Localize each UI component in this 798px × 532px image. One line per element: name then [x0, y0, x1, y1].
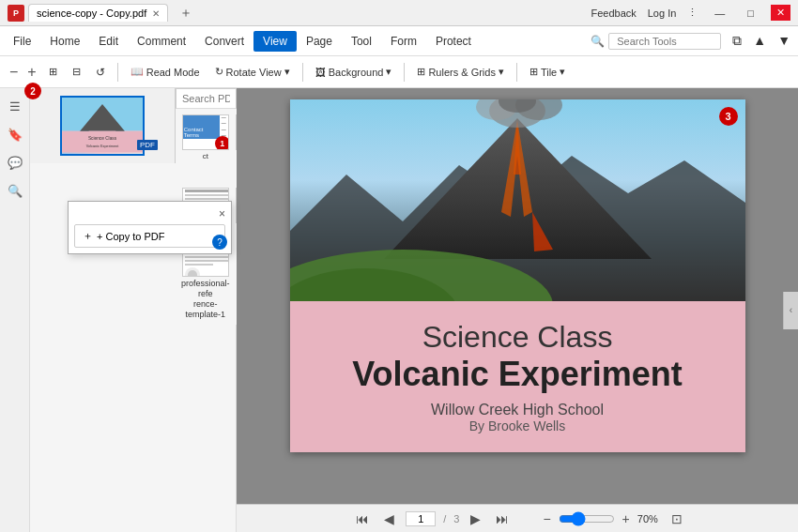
search-tools-area: 🔍	[591, 33, 721, 50]
tile-chevron: ▾	[560, 66, 565, 78]
tile-icon: ⊞	[529, 66, 538, 78]
sidebar-search-icon[interactable]: 🔍	[5, 180, 25, 201]
tile-button[interactable]: ⊞ Tile ▾	[523, 62, 572, 82]
template-item-ct[interactable]: Contact Terms — — —— — —— — 1 ct	[181, 114, 230, 182]
background-icon: 🖼	[315, 67, 326, 78]
last-page-button[interactable]: ⏭	[492, 509, 513, 528]
template-thumb-ct: Contact Terms — — —— — —— — 1	[182, 114, 229, 150]
feedback-link[interactable]: Feedback	[591, 8, 636, 19]
pdf-thumbnail-panel: Science Class Volcanic Experiment 2 PDF …	[30, 88, 176, 163]
collapse-up-button[interactable]: ▲	[749, 33, 770, 49]
close-button[interactable]: ✕	[771, 5, 790, 21]
pdf-overlay-icon: PDF	[137, 140, 158, 150]
menu-dots[interactable]: ⋮	[687, 7, 698, 19]
search-pdf-input[interactable]	[176, 88, 237, 109]
badge-1-ct: 1	[215, 136, 229, 150]
pdf-page: 3 W	[290, 99, 745, 452]
tab-close-button[interactable]: ✕	[152, 8, 160, 19]
popup-header: ×	[72, 205, 227, 222]
thumbnail-svg: Science Class Volcanic Experiment	[62, 96, 143, 154]
tool-menu[interactable]: Tool	[342, 31, 381, 52]
convert-menu[interactable]: Convert	[195, 31, 253, 52]
expand-down-button[interactable]: ▼	[774, 33, 794, 49]
window-controls-extra: ⧉ ▲ ▼	[729, 33, 794, 49]
zoom-out-toolbar-button[interactable]: −	[6, 64, 22, 81]
copy-to-pdf-button[interactable]: ＋ + Copy to PDF	[74, 224, 225, 248]
title-bar: P science-copy - Copy.pdf ✕ ＋ Feedback L…	[0, 0, 798, 26]
help-icon[interactable]: ?	[212, 235, 227, 250]
rotate-view-icon: ↻	[215, 66, 223, 78]
template-label-ct: ct	[203, 152, 208, 161]
tab-title: science-copy - Copy.pdf	[37, 8, 146, 19]
rotate-view-button[interactable]: ↻ Rotate View ▾	[208, 62, 297, 82]
main-layout: ☰ 🔖 💬 🔍 Science Class Volcanic Experimen…	[0, 88, 798, 532]
comment-menu[interactable]: Comment	[128, 31, 195, 52]
svg-rect-12	[185, 190, 228, 192]
file-menu[interactable]: File	[4, 31, 40, 52]
page-number-input[interactable]	[406, 511, 436, 526]
tile-label: Tile	[541, 67, 557, 78]
rulers-grids-button[interactable]: ⊞ Rulers & Grids ▾	[410, 62, 511, 82]
copy-to-pdf-label: + Copy to PDF	[97, 231, 164, 242]
next-page-button[interactable]: ▶	[467, 509, 484, 528]
minimize-button[interactable]: —	[709, 6, 730, 21]
popup-close-button[interactable]: ×	[219, 207, 225, 220]
page-separator: /	[443, 513, 446, 524]
new-tab-button[interactable]: ＋	[172, 2, 200, 24]
fit-width-icon: ⊟	[72, 66, 81, 78]
left-sidebar: ☰ 🔖 💬 🔍	[0, 88, 30, 532]
zoom-out-button[interactable]: −	[539, 509, 554, 528]
view-menu[interactable]: View	[253, 31, 297, 52]
page-menu[interactable]: Page	[297, 31, 342, 52]
svg-text:Science Class: Science Class	[88, 136, 117, 141]
background-label: Background	[329, 67, 384, 78]
float-button[interactable]: ⧉	[729, 33, 745, 49]
background-button[interactable]: 🖼 Background ▾	[309, 62, 399, 82]
zoom-in-button[interactable]: +	[619, 509, 634, 528]
svg-rect-22	[185, 256, 228, 258]
sidebar-pages-icon[interactable]: ☰	[5, 96, 25, 116]
toolbar-separator-1	[117, 63, 118, 82]
prev-page-button[interactable]: ◀	[380, 509, 398, 528]
zoom-level-display: 70%	[637, 513, 668, 524]
zoom-slider[interactable]	[559, 511, 615, 526]
zoom-in-toolbar-button[interactable]: +	[23, 64, 39, 81]
menu-bar: File Home Edit Comment Convert View Page…	[0, 26, 798, 56]
copy-to-pdf-popup: × ＋ + Copy to PDF ?	[68, 201, 232, 254]
login-link[interactable]: Log In	[648, 8, 677, 19]
svg-rect-13	[185, 194, 228, 196]
fit-page-zoom-button[interactable]: ⊡	[671, 511, 683, 526]
zoom-area: − + 70% ⊡	[539, 509, 682, 528]
first-page-button[interactable]: ⏮	[352, 509, 373, 528]
rotate-view-label: Rotate View	[226, 67, 282, 78]
fit-width-button[interactable]: ⊟	[66, 62, 87, 82]
rulers-label: Rulers & Grids	[428, 67, 496, 78]
form-menu[interactable]: Form	[381, 31, 426, 52]
read-mode-button[interactable]: 📖 Read Mode	[124, 62, 207, 82]
maximize-button[interactable]: □	[742, 6, 760, 21]
sidebar-bookmark-icon[interactable]: 🔖	[5, 124, 25, 144]
school-name: Willow Creek High School	[318, 402, 717, 418]
home-menu[interactable]: Home	[40, 31, 89, 52]
sidebar-comment-icon[interactable]: 💬	[5, 152, 25, 173]
protect-menu[interactable]: Protect	[426, 31, 481, 52]
active-tab[interactable]: science-copy - Copy.pdf ✕	[28, 4, 168, 22]
panel-area: Science Class Volcanic Experiment 2 PDF …	[30, 88, 237, 532]
fit-page-button[interactable]: ⊞	[42, 62, 64, 82]
badge-3: 3	[719, 107, 738, 126]
search-tools-input[interactable]	[608, 33, 721, 50]
pdf-thumbnail-item[interactable]: Science Class Volcanic Experiment 2 PDF	[30, 88, 175, 163]
svg-rect-23	[185, 260, 228, 262]
toolbar: − + ⊞ ⊟ ↺ 📖 Read Mode ↻ Rotate View ▾ 🖼 …	[0, 56, 798, 88]
svg-text:Volcanic Experiment: Volcanic Experiment	[86, 144, 119, 148]
background-chevron: ▾	[386, 66, 391, 78]
right-collapse-handle[interactable]: ‹	[783, 292, 798, 329]
rotate-view-controls: ↺	[89, 62, 112, 83]
rotate-view-chevron: ▾	[284, 66, 290, 78]
toolbar-separator-3	[404, 63, 405, 82]
read-mode-label: Read Mode	[146, 67, 200, 78]
total-pages: 3	[453, 513, 459, 524]
bottom-navigation-bar: ⏮ ◀ / 3 ▶ ⏭ − + 70% ⊡	[237, 504, 798, 532]
toolbar-separator-4	[516, 63, 517, 82]
edit-menu[interactable]: Edit	[89, 31, 128, 52]
